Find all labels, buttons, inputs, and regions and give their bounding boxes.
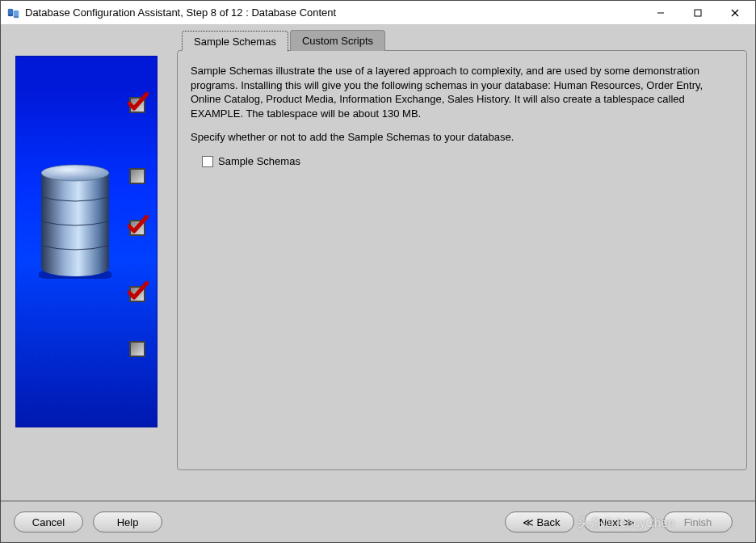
cancel-button[interactable]: Cancel <box>14 511 83 532</box>
description-text-2: Specify whether or not to add the Sample… <box>191 130 733 145</box>
step-indicator-4 <box>129 286 147 304</box>
description-text-1: Sample Schemas illustrate the use of a l… <box>191 64 733 120</box>
svg-rect-11 <box>41 173 109 268</box>
maximize-button[interactable] <box>679 2 716 24</box>
chevron-left-icon: ≪ <box>523 516 534 528</box>
content-area: Sample Schemas Custom Scripts Sample Sch… <box>1 25 755 500</box>
svg-rect-7 <box>695 10 701 16</box>
next-button-label: Next <box>599 516 621 528</box>
step-indicator-2 <box>129 168 147 186</box>
close-button[interactable] <box>716 2 754 24</box>
svg-point-13 <box>41 165 109 181</box>
tab-content: Sample Schemas illustrate the use of a l… <box>177 50 747 470</box>
wizard-button-bar: Cancel Help ≪ Back Next ≫ Finish 头条＠Jenc… <box>1 500 755 542</box>
window-controls <box>642 2 754 24</box>
client-area: Sample Schemas Custom Scripts Sample Sch… <box>1 25 755 542</box>
database-cylinder-icon <box>39 162 111 279</box>
step-indicator-5 <box>129 341 147 359</box>
step-indicator-3 <box>129 220 147 238</box>
tab-sample-schemas[interactable]: Sample Schemas <box>182 31 288 52</box>
next-button[interactable]: Next ≫ <box>584 511 653 532</box>
finish-button[interactable]: Finish <box>663 511 733 532</box>
window: Database Configuration Assistant, Step 8… <box>0 0 756 543</box>
wizard-sidebar-image <box>15 56 158 427</box>
chevron-right-icon: ≫ <box>624 516 635 528</box>
tab-custom-scripts[interactable]: Custom Scripts <box>290 30 385 51</box>
back-button-label: Back <box>537 516 561 528</box>
help-button[interactable]: Help <box>93 511 162 532</box>
tab-bar: Sample Schemas Custom Scripts <box>182 30 747 51</box>
sample-schemas-checkbox[interactable] <box>202 156 213 167</box>
minimize-button[interactable] <box>642 2 679 24</box>
main-panel: Sample Schemas Custom Scripts Sample Sch… <box>177 30 747 500</box>
window-title: Database Configuration Assistant, Step 8… <box>25 6 642 19</box>
sample-schemas-checkbox-row: Sample Schemas <box>202 154 733 169</box>
titlebar: Database Configuration Assistant, Step 8… <box>1 1 755 25</box>
app-icon <box>7 6 20 19</box>
svg-point-12 <box>41 260 109 276</box>
back-button[interactable]: ≪ Back <box>505 511 574 532</box>
svg-point-2 <box>8 14 13 15</box>
sample-schemas-checkbox-label: Sample Schemas <box>218 154 300 169</box>
step-indicator-1 <box>129 97 147 115</box>
svg-point-5 <box>14 15 19 17</box>
